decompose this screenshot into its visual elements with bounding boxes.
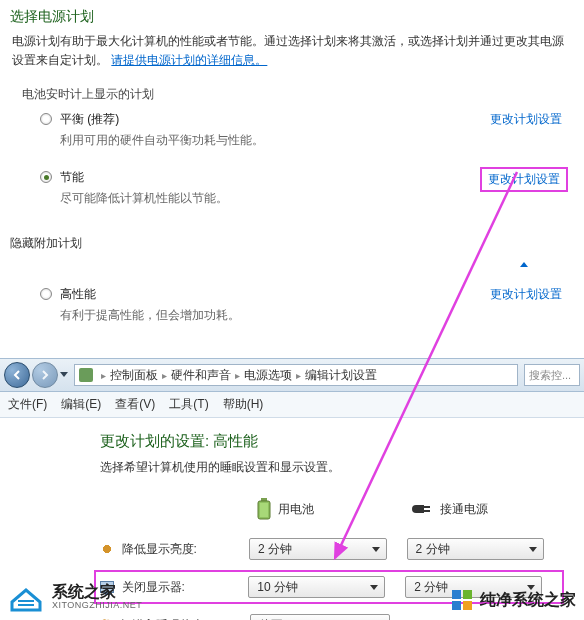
chevron-right-icon: ▸: [101, 370, 106, 381]
watermark-right: 纯净系统之家: [450, 588, 576, 612]
svg-rect-8: [18, 604, 34, 606]
watermark-left-title: 系统之家: [52, 583, 142, 601]
plan-balanced: 更改计划设置 平衡 (推荐) 利用可用的硬件自动平衡功耗与性能。: [0, 107, 584, 165]
svg-rect-2: [260, 503, 268, 517]
plan-name-highperf: 高性能: [60, 286, 96, 303]
chevron-down-icon: [529, 547, 537, 552]
menu-help[interactable]: 帮助(H): [223, 396, 264, 413]
chevron-down-icon: [372, 547, 380, 552]
desc-text: 电源计划有助于最大化计算机的性能或者节能。通过选择计划来将其激活，或选择计划并通…: [12, 34, 564, 67]
svg-rect-7: [18, 600, 34, 602]
nav-dropdown-icon[interactable]: [60, 372, 68, 378]
change-plan-link-saver[interactable]: 更改计划设置: [480, 167, 568, 192]
sleep-battery-dropdown[interactable]: 从不: [250, 614, 390, 620]
svg-rect-4: [424, 510, 430, 512]
chevron-right-icon: ▸: [296, 370, 301, 381]
col-ac-label: 接通电源: [440, 501, 488, 518]
dim-display-label: 降低显示亮度:: [122, 541, 249, 558]
battery-icon: [256, 498, 272, 520]
chevron-down-icon: [370, 585, 378, 590]
watermark-left-logo-icon: [8, 582, 44, 612]
chevron-right-icon: ▸: [162, 370, 167, 381]
nav-bar: ▸ 控制面板 ▸ 硬件和声音 ▸ 电源选项 ▸ 编辑计划设置 搜索控...: [0, 358, 584, 392]
edit-plan-title: 更改计划的设置: 高性能: [100, 432, 564, 451]
radio-highperf[interactable]: [40, 288, 52, 300]
chevron-up-icon[interactable]: [520, 262, 528, 267]
plan-desc-highperf: 有利于提高性能，但会增加功耗。: [60, 307, 572, 324]
breadcrumb-icon: [79, 368, 93, 382]
section-visible-plans-label: 电池安时计上显示的计划: [22, 86, 584, 103]
plan-high-perf: 更改计划设置 高性能 有利于提高性能，但会增加功耗。: [0, 282, 584, 340]
svg-rect-3: [424, 506, 430, 508]
col-battery-label: 用电池: [278, 501, 314, 518]
menu-tools[interactable]: 工具(T): [169, 396, 208, 413]
radio-balanced[interactable]: [40, 113, 52, 125]
svg-rect-10: [463, 590, 472, 599]
nav-forward-button[interactable]: [32, 362, 58, 388]
menu-edit[interactable]: 编辑(E): [61, 396, 101, 413]
plan-name-saver: 节能: [60, 169, 84, 186]
plan-power-saver: 更改计划设置 节能 尽可能降低计算机性能以节能。: [0, 165, 584, 223]
bc-hardware[interactable]: 硬件和声音: [171, 367, 231, 384]
sun-icon: [100, 542, 114, 556]
change-plan-link-highperf[interactable]: 更改计划设置: [490, 286, 562, 303]
turnoff-battery-dropdown[interactable]: 10 分钟: [248, 576, 385, 598]
radio-saver[interactable]: [40, 171, 52, 183]
search-input[interactable]: 搜索控...: [524, 364, 580, 386]
breadcrumb: ▸ 控制面板 ▸ 硬件和声音 ▸ 电源选项 ▸ 编辑计划设置: [74, 364, 518, 386]
svg-rect-9: [452, 590, 461, 599]
menu-bar: 文件(F) 编辑(E) 查看(V) 工具(T) 帮助(H): [0, 392, 584, 418]
menu-file[interactable]: 文件(F): [8, 396, 47, 413]
nav-back-button[interactable]: [4, 362, 30, 388]
watermark-right-text: 纯净系统之家: [480, 590, 576, 611]
learn-more-link[interactable]: 请提供电源计划的详细信息。: [111, 53, 267, 67]
plan-desc-saver: 尽可能降低计算机性能以节能。: [60, 190, 572, 207]
hidden-plans-toggle[interactable]: 隐藏附加计划: [10, 235, 584, 252]
svg-rect-11: [452, 601, 461, 610]
watermark-right-logo-icon: [450, 588, 474, 612]
change-plan-link-balanced[interactable]: 更改计划设置: [490, 111, 562, 128]
chevron-right-icon: ▸: [235, 370, 240, 381]
dim-ac-dropdown[interactable]: 2 分钟: [407, 538, 544, 560]
svg-rect-12: [463, 601, 472, 610]
plan-desc-balanced: 利用可用的硬件自动平衡功耗与性能。: [60, 132, 572, 149]
watermark-left: 系统之家 XITONGZHIJIA.NET: [8, 582, 142, 612]
plan-name-balanced: 平衡 (推荐): [60, 111, 119, 128]
plug-icon: [410, 501, 434, 517]
page-description: 电源计划有助于最大化计算机的性能或者节能。通过选择计划来将其激活，或选择计划并通…: [0, 32, 584, 78]
column-headers: 用电池 接通电源: [100, 498, 564, 520]
bc-power[interactable]: 电源选项: [244, 367, 292, 384]
bc-control-panel[interactable]: 控制面板: [110, 367, 158, 384]
menu-view[interactable]: 查看(V): [115, 396, 155, 413]
row-dim-display: 降低显示亮度: 2 分钟 2 分钟: [100, 532, 564, 566]
edit-plan-desc: 选择希望计算机使用的睡眠设置和显示设置。: [100, 459, 564, 476]
bc-edit-plan[interactable]: 编辑计划设置: [305, 367, 377, 384]
watermark-left-sub: XITONGZHIJIA.NET: [52, 601, 142, 611]
dim-battery-dropdown[interactable]: 2 分钟: [249, 538, 386, 560]
page-title: 选择电源计划: [0, 0, 584, 32]
